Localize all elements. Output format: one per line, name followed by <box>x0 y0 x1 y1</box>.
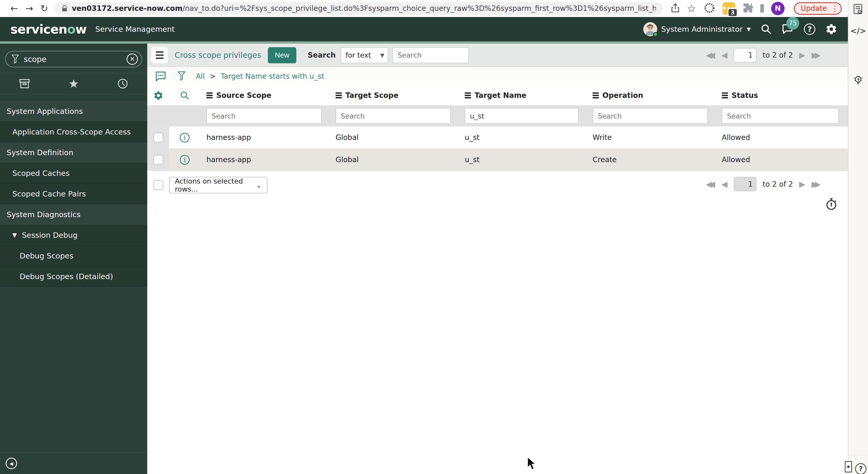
column-menu-icon[interactable] <box>207 93 213 98</box>
last-page-icon[interactable]: ▶▶ <box>811 180 821 188</box>
sidebar-item-session-debug[interactable]: ▼Session Debug <box>0 225 147 245</box>
password-extension-icon[interactable]: •••3 <box>722 2 735 15</box>
source-scope-link[interactable]: harness-app <box>207 156 251 164</box>
conversations-icon[interactable]: 75 <box>782 24 794 35</box>
bottom-pagination: ◀◀ ◀ to 2 of 2 ▶ ▶▶ <box>706 177 821 191</box>
sidebar-item-system-diagnostics[interactable]: System Diagnostics <box>0 204 147 225</box>
first-page-icon[interactable]: ◀◀ <box>706 51 715 59</box>
reading-list-icon[interactable] <box>853 4 863 16</box>
clock-icon <box>117 78 128 89</box>
list-title-link[interactable]: Cross scope privileges <box>175 50 261 60</box>
sidebar-item-debug-scopes-detailed[interactable]: Debug Scopes (Detailed) <box>0 266 147 287</box>
column-menu-icon[interactable] <box>336 93 342 98</box>
browser-forward-icon[interactable]: → <box>22 3 37 14</box>
column-header-target-name[interactable]: Target Name <box>459 91 586 100</box>
tab-all-applications[interactable] <box>0 79 49 89</box>
row-checkbox[interactable] <box>153 133 163 142</box>
navigator-filter-input[interactable] <box>24 55 127 64</box>
breadcrumb-all-link[interactable]: All <box>196 72 205 80</box>
prev-page-icon[interactable]: ◀ <box>721 180 727 188</box>
filter-target-name[interactable] <box>465 108 579 124</box>
list-personalize-gear-icon[interactable] <box>147 90 169 101</box>
list-search-input[interactable] <box>393 47 469 63</box>
new-button[interactable]: New <box>268 47 296 63</box>
column-header-target-scope[interactable]: Target Scope <box>330 91 459 100</box>
sidebar-item-scoped-caches[interactable]: Scoped Caches <box>0 163 147 183</box>
side-panel-icon[interactable] <box>760 6 764 11</box>
page-number-input[interactable] <box>734 177 756 191</box>
target-name-link[interactable]: u_st <box>465 133 479 142</box>
select-all-checkbox[interactable] <box>153 180 163 190</box>
browser-menu-icon[interactable]: ⋮ <box>831 4 839 13</box>
collapse-sidebar-icon[interactable]: ◀ <box>6 458 17 469</box>
actions-dropdown[interactable]: Actions on selected rows... ⌄ <box>169 177 268 193</box>
panel-divider <box>848 455 868 455</box>
list-chat-icon[interactable] <box>155 70 166 82</box>
status-value: Allowed <box>716 133 846 142</box>
target-scope-link[interactable]: Global <box>336 156 359 164</box>
sidebar-item-system-definition[interactable]: System Definition <box>0 142 147 163</box>
column-header-status[interactable]: Status <box>716 91 846 100</box>
first-page-icon[interactable]: ◀◀ <box>706 180 715 188</box>
extensions-puzzle-icon[interactable] <box>742 3 753 14</box>
column-search-toggle-icon[interactable] <box>169 91 200 100</box>
code-panel-icon[interactable]: </> <box>850 26 866 35</box>
target-name-link[interactable]: u_st <box>465 156 479 164</box>
sidebar-item-system-applications[interactable]: System Applications <box>0 101 147 122</box>
search-type-select[interactable]: for text ▼ <box>341 47 388 63</box>
tab-favorites[interactable]: ★ <box>49 77 98 91</box>
browser-profile-avatar[interactable]: N <box>771 2 784 15</box>
column-menu-icon[interactable] <box>722 93 728 98</box>
target-scope-link[interactable]: Global <box>336 133 359 142</box>
extension-badge: 3 <box>728 8 737 17</box>
select-caret-icon: ▼ <box>380 52 384 58</box>
global-search-icon[interactable] <box>761 24 772 35</box>
idea-lightbulb-icon[interactable] <box>852 74 864 87</box>
prev-page-icon[interactable]: ◀ <box>721 51 727 59</box>
share-icon[interactable] <box>671 3 680 14</box>
row-info-icon[interactable]: i <box>180 133 190 142</box>
browser-back-icon[interactable]: ← <box>7 3 22 14</box>
column-menu-icon[interactable] <box>465 93 471 98</box>
tab-history[interactable] <box>98 78 147 89</box>
sidebar-item-application-cross-scope-access[interactable]: Application Cross-Scope Access <box>0 122 147 142</box>
row-checkbox[interactable] <box>153 155 163 165</box>
column-header-operation[interactable]: Operation <box>586 91 716 100</box>
browser-update-button[interactable]: Update ⋮ <box>794 2 842 15</box>
page-number-input[interactable] <box>734 48 756 63</box>
last-page-icon[interactable]: ▶▶ <box>811 51 821 59</box>
row-info-icon[interactable]: i <box>180 155 190 165</box>
filter-operation[interactable] <box>593 108 708 124</box>
column-menu-icon[interactable] <box>593 93 599 98</box>
panel-handle-icon[interactable] <box>845 461 852 472</box>
address-bar[interactable]: ven03172.service-now.com/nav_to.do?uri=%… <box>55 2 663 15</box>
help-icon[interactable]: ? <box>804 24 815 35</box>
filter-target-scope[interactable] <box>336 108 451 124</box>
loading-extension-icon[interactable] <box>704 2 715 15</box>
expander-triangle-icon[interactable]: ▼ <box>12 232 17 238</box>
user-menu[interactable]: System Administrator ▼ <box>643 22 751 36</box>
breadcrumb-filter-link[interactable]: Target Name starts with u_st <box>221 72 324 80</box>
table-header-row: Source Scope Target Scope Target Name Op… <box>147 86 848 105</box>
list-context-menu-icon[interactable] <box>151 47 168 63</box>
browser-reload-icon[interactable]: ↻ <box>37 3 52 14</box>
source-scope-link[interactable]: harness-app <box>207 133 251 142</box>
url-text: ven03172.service-now.com/nav_to.do?uri=%… <box>72 4 656 13</box>
filter-status[interactable] <box>722 108 839 124</box>
next-page-icon[interactable]: ▶ <box>799 180 805 188</box>
navigator-filter-box[interactable]: ✕ <box>5 51 142 67</box>
settings-gear-icon[interactable] <box>825 23 838 35</box>
table-row: i harness-app Global u_st Create Allowed <box>147 149 848 171</box>
clear-filter-icon[interactable]: ✕ <box>127 54 138 65</box>
sidebar-item-scoped-cache-pairs[interactable]: Scoped Cache Pairs <box>0 183 147 204</box>
navigator-menu: System Applications Application Cross-Sc… <box>0 101 147 287</box>
response-time-icon[interactable] <box>825 197 838 212</box>
bookmark-star-icon[interactable]: ☆ <box>687 3 696 14</box>
sidebar-item-debug-scopes[interactable]: Debug Scopes <box>0 245 147 266</box>
panel-help-icon[interactable]: ? <box>855 463 866 474</box>
operation-value: Create <box>586 156 716 164</box>
breadcrumb-funnel-icon[interactable] <box>178 71 185 81</box>
filter-source-scope[interactable] <box>207 108 322 124</box>
column-header-source-scope[interactable]: Source Scope <box>200 91 330 100</box>
next-page-icon[interactable]: ▶ <box>799 51 805 59</box>
